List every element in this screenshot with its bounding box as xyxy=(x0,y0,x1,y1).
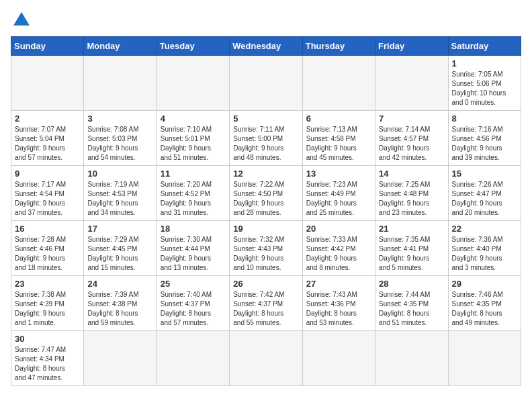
calendar-header-row: SundayMondayTuesdayWednesdayThursdayFrid… xyxy=(11,37,521,56)
day-number: 20 xyxy=(306,224,371,234)
day-number: 1 xyxy=(452,58,517,68)
day-number: 23 xyxy=(15,279,80,289)
day-info: Sunrise: 7:36 AM Sunset: 4:40 PM Dayligh… xyxy=(452,235,517,273)
day-number: 24 xyxy=(87,279,152,289)
day-number: 2 xyxy=(15,113,80,124)
calendar-cell: 6Sunrise: 7:13 AM Sunset: 4:58 PM Daylig… xyxy=(302,111,375,166)
calendar-cell xyxy=(230,56,302,111)
calendar-cell xyxy=(157,56,229,111)
calendar-cell: 9Sunrise: 7:17 AM Sunset: 4:54 PM Daylig… xyxy=(11,166,84,221)
calendar-table: SundayMondayTuesdayWednesdayThursdayFrid… xyxy=(11,36,521,386)
calendar-cell: 12Sunrise: 7:22 AM Sunset: 4:50 PM Dayli… xyxy=(230,166,302,221)
calendar-cell: 26Sunrise: 7:42 AM Sunset: 4:37 PM Dayli… xyxy=(230,276,302,331)
calendar-cell: 8Sunrise: 7:16 AM Sunset: 4:56 PM Daylig… xyxy=(448,111,521,166)
day-info: Sunrise: 7:22 AM Sunset: 4:50 PM Dayligh… xyxy=(233,180,298,218)
calendar-cell: 19Sunrise: 7:32 AM Sunset: 4:43 PM Dayli… xyxy=(230,221,302,276)
day-number: 8 xyxy=(452,113,517,124)
calendar-cell: 18Sunrise: 7:30 AM Sunset: 4:44 PM Dayli… xyxy=(157,221,229,276)
day-number: 25 xyxy=(161,279,226,289)
day-info: Sunrise: 7:13 AM Sunset: 4:58 PM Dayligh… xyxy=(306,125,371,163)
day-number: 29 xyxy=(452,279,517,289)
calendar-cell: 4Sunrise: 7:10 AM Sunset: 5:01 PM Daylig… xyxy=(157,111,229,166)
day-info: Sunrise: 7:14 AM Sunset: 4:57 PM Dayligh… xyxy=(379,125,444,163)
calendar-cell xyxy=(84,331,157,386)
calendar-cell: 16Sunrise: 7:28 AM Sunset: 4:46 PM Dayli… xyxy=(11,221,84,276)
calendar-cell: 22Sunrise: 7:36 AM Sunset: 4:40 PM Dayli… xyxy=(448,221,521,276)
day-info: Sunrise: 7:39 AM Sunset: 4:38 PM Dayligh… xyxy=(87,290,152,328)
day-number: 15 xyxy=(452,169,517,179)
svg-marker-0 xyxy=(13,12,30,26)
day-info: Sunrise: 7:28 AM Sunset: 4:46 PM Dayligh… xyxy=(15,235,80,273)
calendar-cell: 17Sunrise: 7:29 AM Sunset: 4:45 PM Dayli… xyxy=(84,221,157,276)
calendar-cell: 27Sunrise: 7:43 AM Sunset: 4:36 PM Dayli… xyxy=(302,276,375,331)
calendar-header-monday: Monday xyxy=(84,37,157,56)
calendar-header-sunday: Sunday xyxy=(11,37,84,56)
calendar-cell: 10Sunrise: 7:19 AM Sunset: 4:53 PM Dayli… xyxy=(84,166,157,221)
calendar-header-thursday: Thursday xyxy=(302,37,375,56)
calendar-cell: 15Sunrise: 7:26 AM Sunset: 4:47 PM Dayli… xyxy=(448,166,521,221)
day-info: Sunrise: 7:38 AM Sunset: 4:39 PM Dayligh… xyxy=(15,290,80,328)
calendar-cell: 7Sunrise: 7:14 AM Sunset: 4:57 PM Daylig… xyxy=(375,111,448,166)
calendar-cell xyxy=(302,56,375,111)
calendar-week-row: 1Sunrise: 7:05 AM Sunset: 5:06 PM Daylig… xyxy=(11,56,521,111)
day-number: 10 xyxy=(87,169,152,179)
day-number: 4 xyxy=(161,113,226,124)
logo-icon xyxy=(12,11,31,30)
day-info: Sunrise: 7:43 AM Sunset: 4:36 PM Dayligh… xyxy=(306,290,371,328)
day-info: Sunrise: 7:44 AM Sunset: 4:35 PM Dayligh… xyxy=(379,290,444,328)
day-number: 7 xyxy=(379,113,444,124)
calendar-cell: 13Sunrise: 7:23 AM Sunset: 4:49 PM Dayli… xyxy=(302,166,375,221)
calendar-cell xyxy=(375,331,448,386)
day-number: 22 xyxy=(452,224,517,234)
logo xyxy=(11,11,31,31)
calendar-cell: 3Sunrise: 7:08 AM Sunset: 5:03 PM Daylig… xyxy=(84,111,157,166)
day-info: Sunrise: 7:35 AM Sunset: 4:41 PM Dayligh… xyxy=(379,235,444,273)
day-info: Sunrise: 7:08 AM Sunset: 5:03 PM Dayligh… xyxy=(87,125,152,163)
calendar-header-saturday: Saturday xyxy=(448,37,521,56)
day-number: 14 xyxy=(379,169,444,179)
calendar-cell xyxy=(302,331,375,386)
day-number: 19 xyxy=(233,224,298,234)
day-info: Sunrise: 7:42 AM Sunset: 4:37 PM Dayligh… xyxy=(233,290,298,328)
calendar-week-row: 9Sunrise: 7:17 AM Sunset: 4:54 PM Daylig… xyxy=(11,166,521,221)
calendar-cell: 25Sunrise: 7:40 AM Sunset: 4:37 PM Dayli… xyxy=(157,276,229,331)
day-info: Sunrise: 7:47 AM Sunset: 4:34 PM Dayligh… xyxy=(15,345,80,383)
day-number: 9 xyxy=(15,169,80,179)
calendar-cell xyxy=(84,56,157,111)
calendar-cell xyxy=(11,56,84,111)
day-number: 3 xyxy=(87,113,152,124)
day-number: 30 xyxy=(15,334,80,344)
day-number: 12 xyxy=(233,169,298,179)
day-info: Sunrise: 7:33 AM Sunset: 4:42 PM Dayligh… xyxy=(306,235,371,273)
calendar-cell: 29Sunrise: 7:46 AM Sunset: 4:35 PM Dayli… xyxy=(448,276,521,331)
calendar-week-row: 23Sunrise: 7:38 AM Sunset: 4:39 PM Dayli… xyxy=(11,276,521,331)
calendar-cell: 1Sunrise: 7:05 AM Sunset: 5:06 PM Daylig… xyxy=(448,56,521,111)
day-number: 17 xyxy=(87,224,152,234)
day-info: Sunrise: 7:23 AM Sunset: 4:49 PM Dayligh… xyxy=(306,180,371,218)
day-info: Sunrise: 7:26 AM Sunset: 4:47 PM Dayligh… xyxy=(452,180,517,218)
calendar-cell: 20Sunrise: 7:33 AM Sunset: 4:42 PM Dayli… xyxy=(302,221,375,276)
day-number: 13 xyxy=(306,169,371,179)
day-number: 5 xyxy=(233,113,298,124)
day-number: 16 xyxy=(15,224,80,234)
day-number: 28 xyxy=(379,279,444,289)
day-info: Sunrise: 7:29 AM Sunset: 4:45 PM Dayligh… xyxy=(87,235,152,273)
day-number: 6 xyxy=(306,113,371,124)
day-info: Sunrise: 7:40 AM Sunset: 4:37 PM Dayligh… xyxy=(161,290,226,328)
calendar-week-row: 16Sunrise: 7:28 AM Sunset: 4:46 PM Dayli… xyxy=(11,221,521,276)
calendar-cell: 28Sunrise: 7:44 AM Sunset: 4:35 PM Dayli… xyxy=(375,276,448,331)
day-info: Sunrise: 7:17 AM Sunset: 4:54 PM Dayligh… xyxy=(15,180,80,218)
calendar-cell xyxy=(157,331,229,386)
day-info: Sunrise: 7:19 AM Sunset: 4:53 PM Dayligh… xyxy=(87,180,152,218)
day-info: Sunrise: 7:11 AM Sunset: 5:00 PM Dayligh… xyxy=(233,125,298,163)
day-info: Sunrise: 7:10 AM Sunset: 5:01 PM Dayligh… xyxy=(161,125,226,163)
calendar-cell xyxy=(448,331,521,386)
day-number: 27 xyxy=(306,279,371,289)
calendar-cell xyxy=(375,56,448,111)
day-info: Sunrise: 7:05 AM Sunset: 5:06 PM Dayligh… xyxy=(452,70,517,107)
calendar-cell: 11Sunrise: 7:20 AM Sunset: 4:52 PM Dayli… xyxy=(157,166,229,221)
day-info: Sunrise: 7:07 AM Sunset: 5:04 PM Dayligh… xyxy=(15,125,80,163)
calendar-week-row: 30Sunrise: 7:47 AM Sunset: 4:34 PM Dayli… xyxy=(11,331,521,386)
calendar-cell xyxy=(230,331,302,386)
calendar-header-wednesday: Wednesday xyxy=(230,37,302,56)
